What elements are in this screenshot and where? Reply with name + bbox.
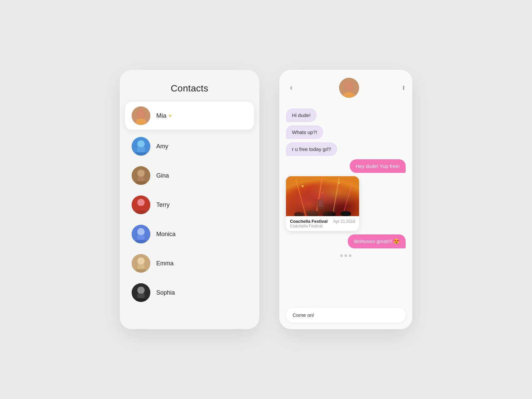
svg-rect-44 [318, 200, 323, 207]
contact-item-emma[interactable]: Emma [125, 249, 254, 277]
event-card-image [286, 176, 359, 216]
chat-messages: Hi dude! Whats up?! r u free today grl? … [279, 103, 412, 304]
chat-input[interactable] [286, 308, 406, 323]
svg-point-27 [137, 287, 145, 294]
chat-header-avatar [339, 78, 359, 98]
contact-name-sophia: Sophia [156, 289, 175, 296]
svg-point-39 [294, 212, 304, 216]
event-date: Apr 21,2019 [333, 219, 355, 224]
svg-line-36 [316, 176, 323, 216]
contact-name-gina: Gina [156, 172, 169, 179]
contact-name-emma: Emma [156, 260, 174, 267]
svg-rect-12 [138, 177, 144, 181]
event-subtitle: Coachella Festival [290, 224, 355, 228]
svg-rect-8 [137, 147, 145, 152]
contacts-title: Contacts [120, 83, 259, 94]
typing-indicator [340, 252, 351, 260]
typing-dot-3 [349, 254, 351, 257]
typing-dot-2 [344, 254, 347, 257]
svg-point-46 [338, 182, 340, 184]
svg-point-45 [302, 185, 304, 187]
chat-menu-button[interactable] [403, 86, 404, 90]
contact-name-amy: Amy [156, 143, 168, 150]
svg-point-42 [340, 211, 351, 216]
message-1: Hi dude! [286, 108, 317, 122]
contact-item-monica[interactable]: Monica [125, 220, 254, 248]
svg-point-23 [137, 257, 145, 265]
typing-dot-1 [340, 254, 343, 257]
avatar-emma [132, 254, 150, 273]
svg-rect-20 [137, 235, 145, 240]
svg-point-11 [137, 170, 145, 177]
chat-input-area [279, 304, 412, 329]
avatar-monica [132, 225, 150, 243]
avatar-amy [132, 137, 150, 156]
avatar-terry [132, 196, 150, 214]
svg-point-19 [137, 228, 145, 235]
message-5: Wohoooo great!!! 😍 [348, 234, 406, 248]
svg-rect-34 [286, 176, 359, 216]
svg-line-35 [296, 180, 306, 216]
contact-item-sophia[interactable]: Sophia [125, 279, 254, 307]
svg-rect-28 [137, 294, 145, 298]
svg-point-7 [137, 140, 145, 148]
message-3: r u free today grl? [286, 142, 337, 156]
svg-point-15 [137, 199, 145, 206]
svg-rect-43 [318, 200, 324, 209]
svg-line-37 [332, 178, 339, 216]
message-4: Hey dude! Yup free! [350, 159, 406, 173]
svg-point-47 [322, 192, 323, 194]
back-button[interactable]: ‹ [287, 82, 295, 93]
svg-line-38 [342, 183, 352, 216]
contact-item-active[interactable]: Mia✦ [125, 102, 254, 130]
avatar-sophia [132, 283, 150, 302]
contact-item-terry[interactable]: Terry [125, 191, 254, 219]
event-card[interactable]: Coachella Festival Apr 21,2019 Coachella… [286, 176, 359, 231]
svg-rect-24 [137, 264, 145, 269]
avatar-mia [132, 106, 150, 125]
event-card-info: Coachella Festival Apr 21,2019 Coachella… [286, 216, 359, 231]
svg-point-41 [323, 211, 336, 216]
event-title: Coachella Festival [290, 219, 328, 224]
contact-item-amy[interactable]: Amy [125, 132, 254, 160]
contact-item-gina[interactable]: Gina [125, 162, 254, 190]
avatar-gina [132, 166, 150, 185]
chat-header: ‹ [279, 70, 412, 103]
contact-name-monica: Monica [156, 231, 176, 238]
svg-point-40 [307, 210, 319, 216]
chat-panel: ‹ Hi dude! Whats up?! r u free today grl… [279, 70, 412, 329]
contact-list: Amy Gina Terry Monica [120, 132, 259, 307]
message-2: Whats up?! [286, 125, 323, 139]
active-contact-name: Mia✦ [156, 112, 172, 119]
svg-rect-16 [137, 206, 145, 210]
contact-name-terry: Terry [156, 201, 170, 208]
contacts-panel: Contacts Mia✦ [120, 70, 259, 329]
